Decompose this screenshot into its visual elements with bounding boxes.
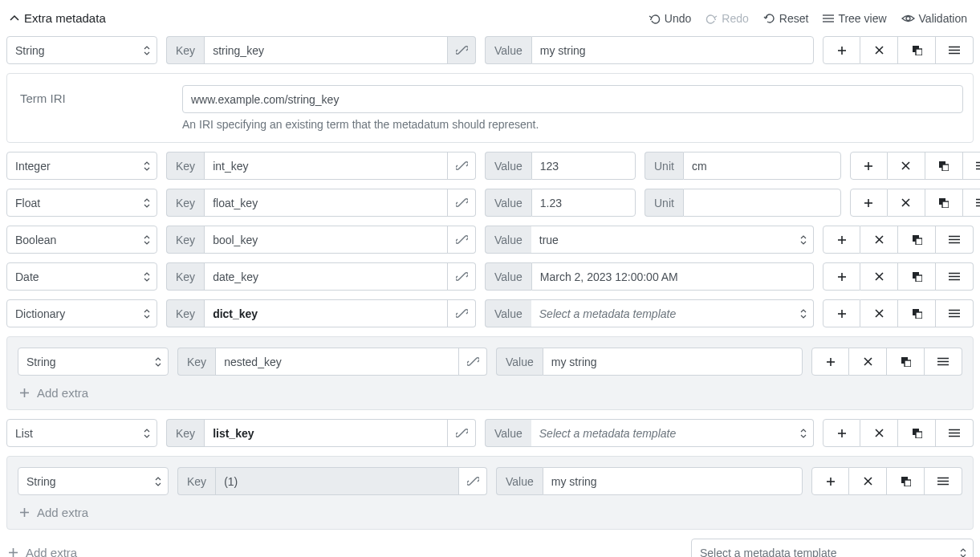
add-button[interactable] (823, 419, 860, 447)
type-select[interactable]: Integer (6, 152, 157, 180)
copy-button[interactable] (887, 348, 925, 376)
template-value-select[interactable]: Select a metadata template (531, 419, 814, 447)
link-button[interactable] (448, 189, 476, 217)
type-select[interactable]: Date (6, 262, 157, 291)
remove-button[interactable] (860, 36, 898, 64)
x-icon (875, 309, 884, 318)
add-button[interactable] (850, 152, 888, 180)
copy-button[interactable] (925, 152, 963, 180)
undo-icon (649, 13, 661, 24)
boolean-value-select[interactable]: true (531, 226, 814, 254)
add-button[interactable] (823, 36, 860, 64)
remove-button[interactable] (849, 348, 887, 376)
template-select[interactable]: Select a metadata template (691, 539, 974, 557)
drag-handle[interactable] (936, 262, 974, 291)
svg-rect-63 (905, 360, 911, 367)
type-select[interactable]: Boolean (6, 226, 157, 254)
link-button[interactable] (448, 262, 476, 291)
copy-button[interactable] (898, 36, 936, 64)
value-input[interactable] (531, 189, 636, 217)
copy-button[interactable] (887, 467, 925, 495)
unit-input[interactable] (683, 152, 841, 180)
add-extra-button[interactable]: Add extra (18, 383, 962, 403)
link-button[interactable] (459, 467, 487, 495)
x-icon (901, 198, 910, 207)
type-select[interactable]: String (6, 36, 157, 64)
reset-label: Reset (779, 12, 809, 25)
add-button[interactable] (823, 299, 860, 327)
remove-button[interactable] (860, 299, 898, 327)
copy-button[interactable] (925, 189, 963, 217)
value-input[interactable] (543, 348, 803, 376)
link-button[interactable] (448, 36, 476, 64)
tree-view-label: Tree view (838, 12, 886, 25)
metadata-row-string: String Key Value (6, 36, 974, 64)
add-button[interactable] (811, 348, 849, 376)
drag-handle[interactable] (963, 189, 980, 217)
validation-button[interactable]: Validation (901, 12, 967, 25)
svg-rect-83 (905, 480, 911, 486)
copy-button[interactable] (898, 226, 936, 254)
copy-button[interactable] (898, 419, 936, 447)
key-input[interactable] (204, 299, 448, 327)
copy-icon (912, 271, 922, 282)
value-input[interactable] (531, 36, 814, 64)
unit-input[interactable] (683, 189, 841, 217)
remove-button[interactable] (860, 419, 898, 447)
drag-handle[interactable] (936, 419, 974, 447)
term-iri-input[interactable] (182, 85, 963, 113)
add-button[interactable] (823, 262, 860, 291)
link-button[interactable] (459, 348, 487, 376)
add-extra-button[interactable]: Add extra (6, 543, 79, 557)
drag-handle[interactable] (936, 36, 974, 64)
date-input[interactable] (531, 262, 814, 291)
add-button[interactable] (850, 189, 888, 217)
x-icon (864, 477, 872, 486)
copy-button[interactable] (898, 262, 936, 291)
key-input[interactable] (204, 152, 448, 180)
x-icon (875, 429, 884, 437)
type-select[interactable]: Float (6, 189, 157, 217)
value-input[interactable] (531, 152, 636, 180)
remove-button[interactable] (888, 152, 925, 180)
remove-button[interactable] (888, 189, 925, 217)
key-input[interactable] (204, 262, 448, 291)
key-input[interactable] (204, 189, 448, 217)
metadata-row-float: Float Key Value Unit (6, 189, 974, 217)
section-toggle[interactable]: Extra metadata (10, 11, 106, 25)
key-input[interactable] (215, 348, 459, 376)
type-select[interactable]: String (18, 348, 169, 376)
add-button[interactable] (823, 226, 860, 254)
reset-button[interactable]: Reset (763, 12, 809, 25)
type-select[interactable]: List (6, 419, 157, 447)
remove-button[interactable] (860, 226, 898, 254)
key-input[interactable] (204, 419, 448, 447)
copy-button[interactable] (898, 299, 936, 327)
add-button[interactable] (811, 467, 849, 495)
value-input[interactable] (543, 467, 803, 495)
template-value-select[interactable]: Select a metadata template (531, 299, 814, 327)
type-select[interactable]: String (18, 467, 169, 495)
remove-button[interactable] (849, 467, 887, 495)
remove-button[interactable] (860, 262, 898, 291)
key-input[interactable] (204, 36, 448, 64)
drag-handle[interactable] (925, 348, 962, 376)
plus-icon (837, 46, 847, 55)
drag-handle[interactable] (936, 226, 974, 254)
link-button[interactable] (448, 152, 476, 180)
add-extra-button[interactable]: Add extra (18, 502, 962, 522)
redo-button[interactable]: Redo (706, 12, 748, 25)
value-label: Value (485, 152, 531, 180)
drag-handle[interactable] (963, 152, 980, 180)
key-input[interactable] (204, 226, 448, 254)
drag-handle[interactable] (936, 299, 974, 327)
value-label: Value (485, 262, 531, 291)
link-button[interactable] (448, 226, 476, 254)
tree-view-button[interactable]: Tree view (823, 12, 886, 25)
link-button[interactable] (448, 419, 476, 447)
undo-button[interactable]: Undo (649, 12, 691, 25)
section-title: Extra metadata (24, 11, 106, 25)
drag-handle[interactable] (925, 467, 962, 495)
link-button[interactable] (448, 299, 476, 327)
type-select[interactable]: Dictionary (6, 299, 157, 327)
